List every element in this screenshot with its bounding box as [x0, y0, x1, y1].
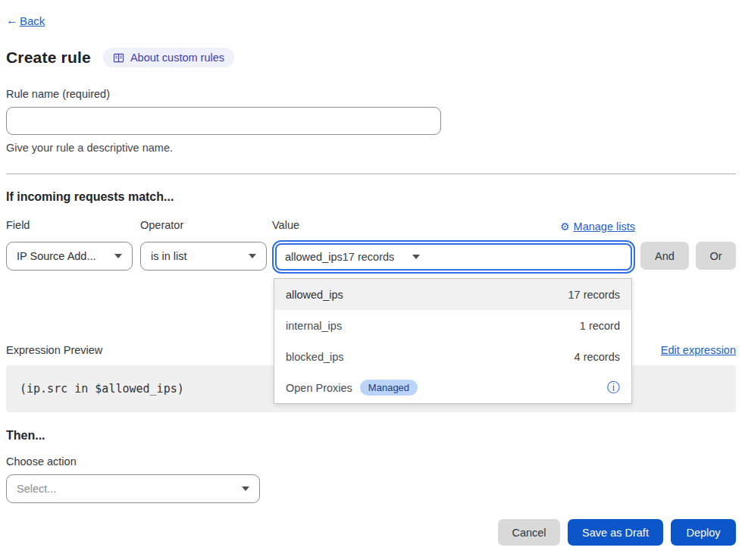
operator-select-value: is in list	[151, 250, 241, 262]
and-button[interactable]: And	[640, 242, 689, 270]
dropdown-option-blocked-ips[interactable]: blocked_ips 4 records	[274, 341, 631, 372]
field-label: Field	[6, 219, 133, 234]
caret-down-icon	[412, 255, 420, 259]
deploy-button[interactable]: Deploy	[671, 519, 736, 546]
list-dropdown-panel: allowed_ips 17 records internal_ips 1 re…	[274, 278, 632, 404]
option-name: allowed_ips	[286, 289, 343, 301]
field-select-value: IP Source Add...	[17, 250, 107, 262]
rule-name-input[interactable]	[6, 107, 441, 135]
operator-column: Operator is in list	[140, 219, 267, 271]
back-label: Back	[20, 14, 45, 27]
and-or-buttons: And Or	[640, 242, 736, 271]
value-select-records: 17 records	[343, 251, 395, 263]
caret-down-icon	[249, 254, 256, 258]
cancel-button[interactable]: Cancel	[498, 519, 560, 546]
about-badge-label: About custom rules	[130, 52, 224, 64]
save-as-draft-button[interactable]: Save as Draft	[568, 519, 663, 546]
expression-preview-label: Expression Preview	[6, 344, 102, 356]
value-select[interactable]: allowed_ips 17 records	[275, 243, 632, 271]
info-icon[interactable]: ⓘ	[607, 381, 620, 394]
dropdown-option-internal-ips[interactable]: internal_ips 1 record	[274, 310, 631, 341]
managed-badge: Managed	[360, 380, 418, 396]
field-column: Field IP Source Add...	[6, 219, 133, 271]
footer-actions: Cancel Save as Draft Deploy	[6, 519, 736, 546]
value-label: Value	[272, 219, 299, 234]
option-records: 1 record	[580, 320, 620, 332]
option-records: 4 records	[575, 351, 620, 363]
title-row: Create rule About custom rules	[6, 48, 736, 67]
or-button[interactable]: Or	[696, 242, 736, 270]
book-icon	[113, 53, 124, 63]
manage-lists-label: Manage lists	[574, 221, 635, 233]
match-row: Field IP Source Add... Operator is in li…	[6, 219, 736, 271]
section-divider	[6, 174, 736, 174]
back-row: ← Back	[6, 14, 736, 27]
option-name: Open Proxies	[286, 382, 352, 394]
choose-action-label: Choose action	[6, 455, 736, 468]
rule-name-helper: Give your rule a descriptive name.	[6, 142, 736, 154]
back-arrow-icon: ←	[6, 14, 18, 27]
option-name-group: Open Proxies Managed	[286, 380, 418, 396]
value-label-row: Value ⚙ Manage lists	[272, 219, 635, 234]
value-column: Value ⚙ Manage lists allowed_ips 17 reco…	[272, 219, 635, 271]
expression-code: (ip.src in $allowed_ips)	[20, 382, 184, 396]
caret-down-icon	[242, 486, 249, 491]
field-select[interactable]: IP Source Add...	[6, 242, 133, 271]
operator-select[interactable]: is in list	[140, 242, 267, 271]
create-rule-page: ← Back Create rule About custom rules Ru…	[0, 0, 742, 560]
operator-label: Operator	[140, 219, 267, 234]
action-select[interactable]: Select...	[6, 474, 260, 503]
dropdown-option-allowed-ips[interactable]: allowed_ips 17 records	[274, 279, 631, 310]
back-link[interactable]: ← Back	[6, 14, 45, 27]
then-heading: Then...	[6, 429, 736, 443]
manage-lists-link[interactable]: ⚙ Manage lists	[560, 221, 635, 233]
action-select-placeholder: Select...	[17, 483, 234, 495]
option-name: blocked_ips	[286, 351, 344, 363]
option-records: 17 records	[568, 289, 620, 301]
option-name: internal_ips	[286, 320, 342, 332]
about-custom-rules-link[interactable]: About custom rules	[103, 48, 234, 67]
gear-icon: ⚙	[560, 221, 570, 233]
rule-name-label: Rule name (required)	[6, 88, 736, 100]
value-select-selected: allowed_ips	[285, 251, 343, 263]
dropdown-option-open-proxies[interactable]: Open Proxies Managed ⓘ	[274, 372, 631, 403]
page-title: Create rule	[6, 48, 91, 67]
match-heading: If incoming requests match...	[6, 190, 736, 204]
caret-down-icon	[114, 254, 122, 258]
edit-expression-link[interactable]: Edit expression	[661, 344, 736, 356]
